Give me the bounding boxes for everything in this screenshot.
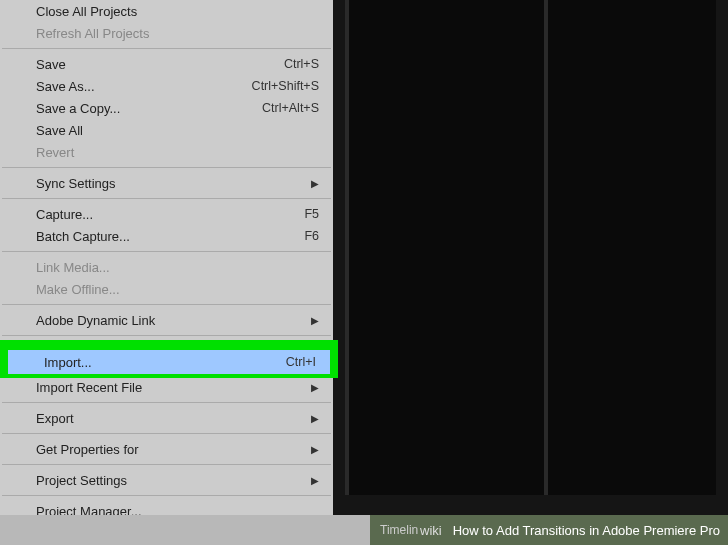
menu-separator <box>2 495 331 496</box>
menu-item-save-as[interactable]: Save As...Ctrl+Shift+S <box>0 75 333 97</box>
panel-divider <box>544 0 548 495</box>
app-background <box>333 0 728 545</box>
menu-item-batch-capture[interactable]: Batch Capture...F6 <box>0 225 333 247</box>
menu-item-get-properties-for[interactable]: Get Properties for▶ <box>0 438 333 460</box>
menu-separator <box>2 251 331 252</box>
menu-item-import[interactable]: Import...Ctrl+I <box>8 350 330 374</box>
menu-item-save-a-copy[interactable]: Save a Copy...Ctrl+Alt+S <box>0 97 333 119</box>
menu-item-label: Save All <box>36 123 319 138</box>
menu-item-export[interactable]: Export▶ <box>0 407 333 429</box>
menu-item-shortcut: Ctrl+I <box>286 355 316 369</box>
menu-separator <box>2 304 331 305</box>
menu-item-import-recent-file[interactable]: Import Recent File▶ <box>0 376 333 398</box>
chevron-right-icon: ▶ <box>311 178 319 189</box>
menu-separator <box>2 48 331 49</box>
menu-item-label: Export <box>36 411 319 426</box>
menu-item-shortcut: Ctrl+Alt+S <box>262 101 319 115</box>
timeline-label: Timelin <box>380 523 418 537</box>
menu-item-label: Import... <box>44 355 286 370</box>
menu-item-label: Link Media... <box>36 260 319 275</box>
tutorial-caption: How to Add Transitions in Adobe Premiere… <box>453 523 720 538</box>
chevron-right-icon: ▶ <box>311 413 319 424</box>
menu-item-capture[interactable]: Capture...F5 <box>0 203 333 225</box>
menu-separator <box>2 402 331 403</box>
menu-item-label: Adobe Dynamic Link <box>36 313 319 328</box>
menu-item-save[interactable]: SaveCtrl+S <box>0 53 333 75</box>
menu-item-label: Batch Capture... <box>36 229 304 244</box>
menu-item-sync-settings[interactable]: Sync Settings▶ <box>0 172 333 194</box>
menu-item-label: Close All Projects <box>36 4 319 19</box>
wiki-prefix: wiki <box>420 523 442 538</box>
menu-item-label: Project Settings <box>36 473 319 488</box>
menu-item-label: Save As... <box>36 79 252 94</box>
menu-separator <box>2 464 331 465</box>
footer-overlay: Timelin wiki How to Add Transitions in A… <box>0 515 728 545</box>
menu-item-shortcut: Ctrl+Shift+S <box>252 79 319 93</box>
menu-item-make-offline: Make Offline... <box>0 278 333 300</box>
chevron-right-icon: ▶ <box>311 315 319 326</box>
menu-item-label: Get Properties for <box>36 442 319 457</box>
chevron-right-icon: ▶ <box>311 444 319 455</box>
menu-item-label: Sync Settings <box>36 176 319 191</box>
chevron-right-icon: ▶ <box>311 475 319 486</box>
highlight-box: Import...Ctrl+I <box>0 340 338 378</box>
menu-item-label: Revert <box>36 145 319 160</box>
file-menu: Close All ProjectsRefresh All ProjectsSa… <box>0 0 333 545</box>
menu-item-label: Make Offline... <box>36 282 319 297</box>
menu-separator <box>2 335 331 336</box>
panel-inner <box>345 0 716 495</box>
menu-item-save-all[interactable]: Save All <box>0 119 333 141</box>
menu-separator <box>2 198 331 199</box>
menu-item-close-all-projects[interactable]: Close All Projects <box>0 0 333 22</box>
menu-item-label: Save <box>36 57 284 72</box>
menu-separator <box>2 433 331 434</box>
menu-item-label: Import Recent File <box>36 380 319 395</box>
menu-item-project-settings[interactable]: Project Settings▶ <box>0 469 333 491</box>
menu-item-shortcut: F5 <box>304 207 319 221</box>
menu-item-revert: Revert <box>0 141 333 163</box>
menu-item-adobe-dynamic-link[interactable]: Adobe Dynamic Link▶ <box>0 309 333 331</box>
chevron-right-icon: ▶ <box>311 382 319 393</box>
menu-item-label: Refresh All Projects <box>36 26 319 41</box>
menu-item-refresh-all-projects: Refresh All Projects <box>0 22 333 44</box>
menu-item-shortcut: F6 <box>304 229 319 243</box>
menu-item-label: Save a Copy... <box>36 101 262 116</box>
menu-separator <box>2 167 331 168</box>
menu-item-link-media: Link Media... <box>0 256 333 278</box>
menu-item-label: Capture... <box>36 207 304 222</box>
menu-item-shortcut: Ctrl+S <box>284 57 319 71</box>
